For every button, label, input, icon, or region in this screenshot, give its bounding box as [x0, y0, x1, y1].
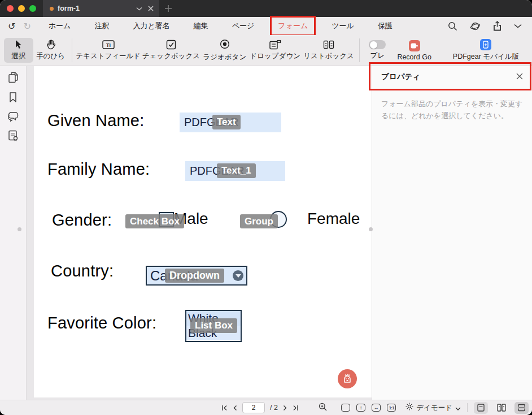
left-sidebar [0, 66, 27, 400]
last-page-icon[interactable] [293, 405, 299, 411]
document-tab[interactable]: form-1 [43, 0, 159, 17]
preview-toggle-switch[interactable] [369, 40, 386, 49]
ai-robot-assistant-button[interactable] [338, 369, 357, 388]
menu-form[interactable]: フォーム [278, 19, 308, 33]
listbox-tool-button[interactable]: リストボックス [302, 38, 356, 63]
text-field-icon: TI [102, 40, 115, 50]
unsaved-indicator-icon [50, 7, 54, 11]
dropdown-tool-button[interactable]: ドロップダウン [248, 38, 302, 63]
dropdown-arrow-icon[interactable] [233, 270, 243, 281]
ai-assistant-icon[interactable] [470, 21, 481, 31]
mobile-phone-icon [480, 39, 491, 50]
given-name-label: Given Name: [47, 111, 144, 130]
field-name-badge: Check Box [125, 214, 184, 228]
field-name-badge: Text_1 [217, 163, 256, 178]
bookmarks-icon[interactable] [8, 92, 18, 103]
hand-icon [46, 40, 55, 50]
collapse-ribbon-chevron-icon[interactable] [514, 24, 522, 28]
dropdown-icon [269, 40, 281, 50]
country-label: Country: [51, 262, 114, 280]
record-go-icon [409, 40, 420, 51]
menu-page[interactable]: ページ [232, 19, 255, 33]
tab-title: form-1 [58, 5, 136, 12]
checkbox-icon [166, 40, 176, 50]
page-thumbnails-icon[interactable] [8, 72, 19, 83]
select-tool-button[interactable]: 選択 [4, 38, 33, 63]
checkbox-tool-button[interactable]: チェックボックス [141, 38, 201, 63]
menubar: ↺ ↻ ホーム 注釈 入力と署名 編集 ページ フォーム ツール 保護 [0, 17, 532, 35]
toolbar-separator [359, 38, 360, 62]
hand-tool-button[interactable]: 手のひら [33, 38, 68, 63]
next-page-icon[interactable] [283, 405, 287, 411]
zoom-window-button[interactable] [29, 5, 36, 12]
titlebar: form-1 [0, 0, 532, 17]
radio-button-icon [220, 39, 230, 49]
undo-icon[interactable]: ↺ [8, 21, 15, 32]
comments-icon[interactable] [7, 111, 19, 122]
toolbar-separator [72, 38, 72, 62]
search-icon[interactable] [448, 21, 457, 31]
single-page-view-icon[interactable] [474, 402, 488, 414]
day-mode-chevron-icon [455, 403, 461, 413]
menu-protect[interactable]: 保護 [378, 19, 393, 33]
listbox-icon [323, 40, 334, 50]
share-icon[interactable] [493, 21, 502, 31]
country-dropdown[interactable]: Canada Dropdown [146, 266, 247, 286]
properties-panel: プロパティ フォーム部品のプロパティを表示・変更するには、どれかを選択してくださ… [372, 66, 532, 400]
form-toolbar: 選択 手のひら TI テキストフィールド チェックボックス ラジオ [0, 35, 532, 66]
preview-toggle-button[interactable]: プレ [363, 38, 392, 62]
female-option-label: Female [307, 210, 360, 228]
family-name-label: Family Name: [47, 160, 150, 179]
menu-tools[interactable]: ツール [332, 19, 354, 33]
svg-text:TI: TI [106, 42, 111, 48]
traffic-lights [7, 5, 36, 12]
sun-icon [405, 403, 413, 413]
document-canvas[interactable]: Given Name: PDFGEAR Text Family Name: PD… [27, 66, 372, 400]
first-page-icon[interactable] [221, 405, 228, 411]
day-mode-selector[interactable]: デイモード [405, 403, 461, 413]
given-name-text-field[interactable]: PDFGEAR Text [180, 113, 281, 132]
record-go-button[interactable]: Record Go [392, 38, 436, 63]
gender-label: Gender: [52, 211, 112, 230]
continuous-scroll-view-icon[interactable] [514, 402, 529, 414]
redo-icon[interactable]: ↻ [23, 21, 30, 32]
previous-page-icon[interactable] [233, 405, 237, 411]
two-page-view-icon[interactable] [494, 402, 508, 414]
fit-page-icon[interactable] [341, 404, 350, 412]
family-name-text-field[interactable]: PDFGEAR Text_1 [185, 161, 285, 181]
field-name-badge: Dropdown [165, 269, 224, 283]
sidebar-resize-handle[interactable] [18, 227, 21, 231]
page-total-label: / 2 [270, 404, 278, 412]
statusbar-divider [467, 403, 468, 412]
menu-fill-sign[interactable]: 入力と署名 [133, 19, 169, 33]
pdf-page[interactable]: Given Name: PDFGEAR Text Family Name: PD… [34, 66, 372, 397]
text-field-tool-button[interactable]: TI テキストフィールド [75, 38, 141, 63]
fit-height-icon[interactable]: ↕ [356, 404, 365, 412]
menu-home[interactable]: ホーム [49, 19, 71, 33]
page-number-input[interactable] [242, 402, 265, 413]
panel-resize-handle[interactable] [369, 227, 373, 231]
actual-size-icon[interactable]: 1:1 [387, 404, 396, 412]
menu-edit[interactable]: 編集 [194, 19, 208, 33]
properties-close-icon[interactable] [516, 72, 523, 82]
close-window-button[interactable] [7, 5, 14, 12]
zoom-icon[interactable] [319, 403, 327, 413]
tab-chevron-icon[interactable] [136, 7, 142, 11]
new-tab-button[interactable] [164, 4, 173, 15]
app-window: form-1 ↺ ↻ ホーム 注釈 入力と署名 編集 ページ [0, 0, 532, 415]
statusbar: / 2 ↕ ↔ 1:1 デイモード [0, 400, 532, 415]
radio-tool-button[interactable]: ラジオボタン [201, 37, 248, 64]
properties-panel-title: プロパティ [381, 72, 516, 82]
tab-close-icon[interactable] [148, 6, 154, 11]
cursor-arrow-icon [14, 40, 23, 50]
minimize-window-button[interactable] [18, 5, 25, 12]
field-name-badge: Text [212, 115, 241, 129]
signature-panel-icon[interactable] [8, 130, 19, 141]
pdfgear-mobile-button[interactable]: PDFgear モバイル版 [448, 37, 524, 63]
menu-annotate[interactable]: 注釈 [94, 19, 109, 33]
field-name-badge: Group [240, 214, 278, 228]
favorite-color-label: Favorite Color: [47, 314, 156, 332]
properties-hint-text: フォーム部品のプロパティを表示・変更するには、どれかを選択してください。 [372, 88, 532, 122]
fit-width-icon[interactable]: ↔ [372, 404, 381, 412]
field-name-badge: List Box [190, 318, 237, 333]
